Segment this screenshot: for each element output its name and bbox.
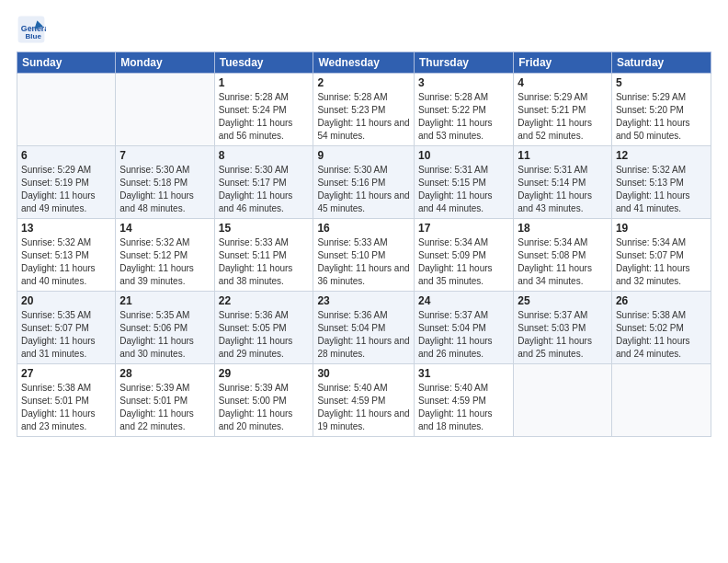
day-info: Sunrise: 5:32 AM Sunset: 5:13 PM Dayligh… [21,236,111,288]
day-cell: 2Sunrise: 5:28 AM Sunset: 5:23 PM Daylig… [313,74,415,146]
day-number: 22 [219,294,310,307]
day-info: Sunrise: 5:30 AM Sunset: 5:18 PM Dayligh… [119,164,210,215]
day-info: Sunrise: 5:38 AM Sunset: 5:01 PM Dayligh… [21,382,111,433]
day-cell: 9Sunrise: 5:30 AM Sunset: 5:16 PM Daylig… [313,146,415,219]
day-number: 9 [317,149,410,162]
calendar-header-row: SundayMondayTuesdayWednesdayThursdayFrid… [17,52,711,74]
day-number: 20 [21,294,111,307]
day-info: Sunrise: 5:32 AM Sunset: 5:13 PM Dayligh… [616,164,707,215]
day-info: Sunrise: 5:34 AM Sunset: 5:09 PM Dayligh… [418,236,509,288]
day-cell: 5Sunrise: 5:29 AM Sunset: 5:20 PM Daylig… [611,74,711,146]
day-info: Sunrise: 5:35 AM Sunset: 5:06 PM Dayligh… [119,309,210,361]
svg-text:Blue: Blue [26,32,42,40]
day-cell: 22Sunrise: 5:36 AM Sunset: 5:05 PM Dayli… [214,292,313,364]
day-number: 4 [518,76,608,89]
col-header-tuesday: Tuesday [214,52,313,74]
col-header-wednesday: Wednesday [313,52,415,74]
day-cell: 6Sunrise: 5:29 AM Sunset: 5:19 PM Daylig… [17,146,116,219]
col-header-sunday: Sunday [17,52,116,74]
day-cell: 14Sunrise: 5:32 AM Sunset: 5:12 PM Dayli… [116,219,214,292]
day-number: 10 [418,149,509,162]
day-cell: 3Sunrise: 5:28 AM Sunset: 5:22 PM Daylig… [414,74,513,146]
day-number: 27 [21,367,111,380]
day-number: 5 [616,76,707,89]
day-cell [17,74,116,146]
day-cell: 15Sunrise: 5:33 AM Sunset: 5:11 PM Dayli… [214,219,313,292]
col-header-monday: Monday [116,52,214,74]
day-number: 23 [317,294,410,307]
day-cell: 27Sunrise: 5:38 AM Sunset: 5:01 PM Dayli… [17,364,116,437]
logo: General Blue [17,15,50,44]
day-cell: 26Sunrise: 5:38 AM Sunset: 5:02 PM Dayli… [611,292,711,364]
day-cell: 18Sunrise: 5:34 AM Sunset: 5:08 PM Dayli… [514,219,612,292]
day-cell: 23Sunrise: 5:36 AM Sunset: 5:04 PM Dayli… [313,292,415,364]
page: General Blue SundayMondayTuesdayWednesda… [0,0,728,563]
week-row-3: 13Sunrise: 5:32 AM Sunset: 5:13 PM Dayli… [17,219,711,292]
day-cell: 12Sunrise: 5:32 AM Sunset: 5:13 PM Dayli… [611,146,711,219]
day-cell: 4Sunrise: 5:29 AM Sunset: 5:21 PM Daylig… [514,74,612,146]
day-number: 19 [616,222,707,235]
day-cell: 20Sunrise: 5:35 AM Sunset: 5:07 PM Dayli… [17,292,116,364]
day-cell: 8Sunrise: 5:30 AM Sunset: 5:17 PM Daylig… [214,146,313,219]
day-info: Sunrise: 5:29 AM Sunset: 5:19 PM Dayligh… [21,164,111,215]
day-number: 11 [518,149,608,162]
day-cell: 25Sunrise: 5:37 AM Sunset: 5:03 PM Dayli… [514,292,612,364]
day-info: Sunrise: 5:38 AM Sunset: 5:02 PM Dayligh… [616,309,707,361]
day-cell: 17Sunrise: 5:34 AM Sunset: 5:09 PM Dayli… [414,219,513,292]
day-cell: 28Sunrise: 5:39 AM Sunset: 5:01 PM Dayli… [116,364,214,437]
day-number: 26 [616,294,707,307]
day-cell: 10Sunrise: 5:31 AM Sunset: 5:15 PM Dayli… [414,146,513,219]
day-number: 7 [119,149,210,162]
day-number: 18 [518,222,608,235]
day-number: 29 [219,367,310,380]
col-header-friday: Friday [514,52,612,74]
day-cell [514,364,612,437]
day-info: Sunrise: 5:32 AM Sunset: 5:12 PM Dayligh… [119,236,210,288]
day-number: 3 [418,76,509,89]
day-cell [611,364,711,437]
header: General Blue [17,15,711,44]
day-cell: 29Sunrise: 5:39 AM Sunset: 5:00 PM Dayli… [214,364,313,437]
day-cell: 19Sunrise: 5:34 AM Sunset: 5:07 PM Dayli… [611,219,711,292]
day-info: Sunrise: 5:40 AM Sunset: 4:59 PM Dayligh… [418,382,509,433]
day-info: Sunrise: 5:30 AM Sunset: 5:16 PM Dayligh… [317,164,410,215]
day-number: 28 [119,367,210,380]
day-info: Sunrise: 5:29 AM Sunset: 5:21 PM Dayligh… [518,91,608,143]
day-info: Sunrise: 5:37 AM Sunset: 5:04 PM Dayligh… [418,309,509,361]
day-info: Sunrise: 5:33 AM Sunset: 5:10 PM Dayligh… [317,236,410,288]
day-info: Sunrise: 5:33 AM Sunset: 5:11 PM Dayligh… [219,236,310,288]
day-number: 15 [219,222,310,235]
day-info: Sunrise: 5:36 AM Sunset: 5:05 PM Dayligh… [219,309,310,361]
day-info: Sunrise: 5:37 AM Sunset: 5:03 PM Dayligh… [518,309,608,361]
day-cell: 11Sunrise: 5:31 AM Sunset: 5:14 PM Dayli… [514,146,612,219]
day-number: 1 [219,76,310,89]
col-header-saturday: Saturday [611,52,711,74]
day-number: 12 [616,149,707,162]
day-number: 8 [219,149,310,162]
day-cell: 16Sunrise: 5:33 AM Sunset: 5:10 PM Dayli… [313,219,415,292]
day-number: 13 [21,222,111,235]
day-cell: 1Sunrise: 5:28 AM Sunset: 5:24 PM Daylig… [214,74,313,146]
day-info: Sunrise: 5:30 AM Sunset: 5:17 PM Dayligh… [219,164,310,215]
logo-icon: General Blue [17,15,46,44]
day-number: 25 [518,294,608,307]
day-info: Sunrise: 5:29 AM Sunset: 5:20 PM Dayligh… [616,91,707,143]
day-cell [116,74,214,146]
day-number: 31 [418,367,509,380]
week-row-2: 6Sunrise: 5:29 AM Sunset: 5:19 PM Daylig… [17,146,711,219]
day-number: 16 [317,222,410,235]
day-info: Sunrise: 5:39 AM Sunset: 5:00 PM Dayligh… [219,382,310,433]
day-number: 2 [317,76,410,89]
day-cell: 30Sunrise: 5:40 AM Sunset: 4:59 PM Dayli… [313,364,415,437]
day-info: Sunrise: 5:40 AM Sunset: 4:59 PM Dayligh… [317,382,410,433]
day-info: Sunrise: 5:31 AM Sunset: 5:15 PM Dayligh… [418,164,509,215]
week-row-4: 20Sunrise: 5:35 AM Sunset: 5:07 PM Dayli… [17,292,711,364]
calendar-table: SundayMondayTuesdayWednesdayThursdayFrid… [17,52,711,437]
week-row-1: 1Sunrise: 5:28 AM Sunset: 5:24 PM Daylig… [17,74,711,146]
day-number: 14 [119,222,210,235]
week-row-5: 27Sunrise: 5:38 AM Sunset: 5:01 PM Dayli… [17,364,711,437]
day-cell: 31Sunrise: 5:40 AM Sunset: 4:59 PM Dayli… [414,364,513,437]
day-number: 30 [317,367,410,380]
day-info: Sunrise: 5:36 AM Sunset: 5:04 PM Dayligh… [317,309,410,361]
day-cell: 7Sunrise: 5:30 AM Sunset: 5:18 PM Daylig… [116,146,214,219]
